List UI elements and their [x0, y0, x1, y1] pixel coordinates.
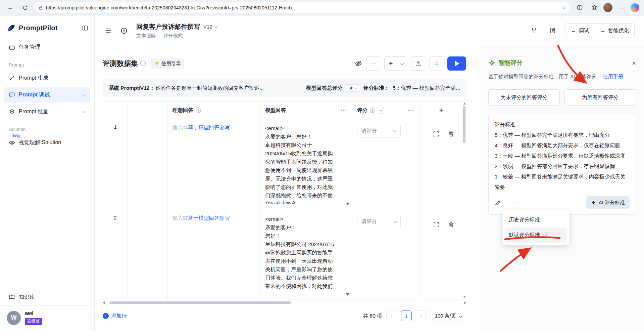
model-column-menu-icon[interactable]: ···	[341, 107, 347, 114]
expand-row-icon[interactable]	[433, 221, 439, 228]
rewrite-from-model-link[interactable]: 基于模型回答改写	[188, 215, 230, 221]
run-button[interactable]	[447, 56, 466, 71]
new-task-icon[interactable]	[117, 24, 130, 37]
sparkle-dropdown-button[interactable]	[397, 57, 407, 70]
cell-expand-corner-icon[interactable]	[346, 293, 349, 296]
copilot-icon[interactable]	[631, 3, 639, 12]
chevron-down-icon	[83, 110, 86, 113]
scroll-down-icon[interactable]	[463, 296, 466, 298]
total-score-value: -	[355, 85, 357, 91]
favorites-icon[interactable]	[589, 2, 600, 13]
sidebar-item-prompt-debug[interactable]: Prompt 调试	[4, 87, 90, 102]
browser-menu-icon[interactable]: ···	[616, 2, 627, 13]
criteria-more-icon[interactable]: ···	[509, 199, 516, 206]
cell-expand-corner-icon[interactable]	[346, 203, 349, 205]
delete-row-icon[interactable]	[448, 131, 454, 137]
help-icon[interactable]: ?	[196, 108, 201, 113]
sidebar-spacer	[0, 151, 94, 289]
version-dropdown[interactable]: V12	[203, 24, 217, 30]
usage-guide-chip[interactable]: 使用引导	[151, 58, 184, 69]
browser-profile-avatar[interactable]	[603, 3, 612, 12]
edit-pencil-icon[interactable]	[495, 200, 501, 206]
star-icon: ★	[349, 85, 354, 91]
bookmark-star-icon[interactable]: ☆	[561, 4, 566, 11]
hidden-cell	[128, 119, 168, 210]
dataset-toolbar: ···	[355, 56, 466, 71]
score-select[interactable]: 请评分	[357, 215, 401, 228]
header-hidden-column	[128, 101, 168, 119]
chevron-down-icon	[214, 25, 218, 28]
sidebar-item-prompt-batch[interactable]: Prompt 批量	[4, 104, 90, 119]
model-answer-text: <email> 亲爱的客户： 您好！ 星辰科技有限公司 2024/07/15 非…	[265, 215, 347, 290]
ai-criteria-button[interactable]: AI 评分标准	[586, 196, 630, 209]
add-column-icon[interactable]: +	[439, 107, 443, 114]
docs-icon[interactable]	[546, 24, 559, 37]
hide-columns-icon[interactable]	[355, 60, 362, 67]
vertical-scroll-thumb[interactable]	[463, 106, 465, 143]
collapse-sidebar-icon[interactable]	[82, 25, 88, 31]
system-prompt-bar[interactable]: 系统 Prompt/V12： 你的任务是起草一封简短高效的回复客户投诉... 模…	[103, 79, 466, 97]
score-all-button[interactable]: 为所有回答评分	[564, 89, 636, 106]
system-prompt-label: 系统 Prompt/V12：	[109, 85, 155, 92]
debug-button[interactable]: ← 调试	[565, 24, 595, 38]
sidebar-item-prompt-generate[interactable]: Prompt 生成	[4, 70, 90, 86]
table-more-button[interactable]: ···	[366, 56, 380, 71]
menu-item-default-criteria[interactable]: 默认评分标准 ?	[505, 227, 567, 243]
total-score-pill[interactable]: ★ -	[346, 84, 360, 92]
user-account[interactable]: W wei 高级版	[0, 305, 94, 331]
model-answer-cell[interactable]: <email> 亲爱的客户： 您好！ 星辰科技有限公司 2024/07/15 非…	[260, 210, 352, 299]
horizontal-scrollbar[interactable]	[103, 300, 466, 305]
upload-button[interactable]	[411, 56, 425, 71]
delete-row-icon[interactable]	[448, 221, 454, 228]
menu-item-history-criteria[interactable]: 历史评分标准	[505, 212, 567, 227]
score-column-menu-icon[interactable]: ···	[408, 107, 414, 114]
sparkle-icon	[388, 61, 394, 67]
split-screen-icon[interactable]	[574, 2, 585, 13]
sidebar-item-tasks[interactable]: 任务管理	[4, 39, 90, 55]
wand-icon	[9, 75, 15, 81]
back-icon[interactable]: ←	[5, 2, 16, 13]
score-unrated-button[interactable]: 为未评分的回答评分	[488, 89, 560, 106]
page-number[interactable]: 1	[401, 311, 412, 321]
sparkle-button[interactable]	[385, 57, 397, 70]
model-answer-cell[interactable]: <email> 亲爱的客户，您好！ 卓越科技有限公司于 2024/05/15收到…	[260, 119, 352, 210]
favorite-button[interactable]: ☆	[429, 56, 443, 71]
scroll-right-icon[interactable]	[464, 301, 466, 304]
prev-page-button[interactable]: ‹	[386, 311, 397, 321]
score-cell: 请评分	[352, 119, 419, 210]
score-filter-chip[interactable]: -	[378, 107, 384, 114]
rewrite-from-model-link[interactable]: 基于模型回答改写	[188, 124, 230, 130]
site-info-icon[interactable]	[38, 5, 43, 10]
horizontal-scroll-thumb[interactable]	[109, 301, 291, 304]
usage-guide-label: 使用引导	[161, 60, 181, 67]
vertical-scrollbar[interactable]	[463, 101, 466, 299]
add-row-label: 添加行	[111, 313, 127, 320]
scroll-left-icon[interactable]	[103, 301, 105, 304]
info-icon[interactable]: i	[140, 61, 146, 66]
optimize-button[interactable]: → 智能优化	[595, 24, 635, 38]
url-bar[interactable]: https://promptpilot.volcengine.com/workb…	[34, 2, 571, 13]
plugin-icon[interactable]	[528, 24, 540, 37]
ideal-answer-cell[interactable]: 输入或基于模型回答改写	[168, 210, 260, 299]
manual-link[interactable]: 使用手册	[603, 74, 623, 79]
page-size-select[interactable]: 100 条/页	[431, 310, 466, 322]
next-page-button[interactable]: ›	[416, 311, 427, 321]
score-placeholder: 请评分	[361, 218, 377, 225]
system-bar-right: 模型回答总评分 ★ - 评分标准： 5：优秀 — 模型回答完全满...	[298, 84, 460, 92]
scroll-up-icon[interactable]	[463, 102, 466, 105]
user-name: wei	[25, 311, 42, 317]
sidebar-item-vision-solution[interactable]: beta 视觉理解 Solution	[4, 135, 90, 150]
ideal-answer-cell[interactable]: 输入或基于模型回答改写	[168, 119, 260, 210]
score-select[interactable]: 请评分	[357, 124, 401, 137]
help-icon[interactable]: ?	[370, 108, 375, 113]
add-row-button[interactable]: + 添加行	[103, 313, 127, 320]
workspace-body: 评测数据集 i 使用引导	[95, 46, 644, 331]
expand-row-icon[interactable]	[433, 131, 439, 137]
refresh-icon[interactable]	[19, 2, 31, 13]
task-list-menu-icon[interactable]	[102, 24, 115, 37]
sidebar-item-knowledge-base[interactable]: 知识库	[4, 289, 90, 305]
close-icon[interactable]: ×	[632, 59, 636, 67]
sidebar-item-label: 视觉理解 Solution	[19, 139, 61, 146]
criteria-inline-label: 评分标准：	[363, 85, 390, 92]
ai-criteria-label: AI 评分标准	[599, 200, 625, 206]
